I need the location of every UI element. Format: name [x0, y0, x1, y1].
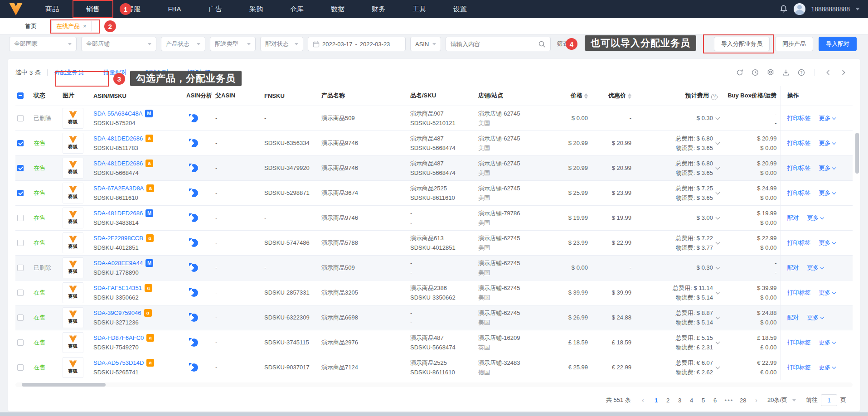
row-action-link[interactable]: 打印标签 — [787, 289, 811, 297]
asin-analysis-pie-icon[interactable] — [190, 363, 198, 372]
last-page-number[interactable]: 28 — [737, 397, 749, 404]
row-checkbox[interactable] — [17, 364, 24, 371]
tab-online-products[interactable]: 在线产品 × — [51, 20, 92, 32]
page-number[interactable]: 6 — [709, 397, 721, 404]
user-phone[interactable]: 18888888888 — [811, 5, 850, 13]
help-icon[interactable]: ? — [711, 94, 718, 100]
row-action-link[interactable]: 配对 — [787, 314, 799, 322]
chevron-down-icon[interactable] — [716, 215, 720, 219]
more-link[interactable]: 更多 — [819, 189, 835, 197]
browser-scrollbar-strip[interactable] — [0, 412, 868, 416]
user-avatar[interactable] — [794, 3, 805, 15]
horizontal-scrollbar[interactable] — [15, 382, 853, 387]
row-action-link[interactable]: 打印标签 — [787, 114, 811, 122]
asin-analysis-pie-icon[interactable] — [190, 264, 198, 272]
page-number[interactable]: 3 — [674, 397, 686, 404]
help-icon[interactable]: ? — [797, 68, 805, 77]
product-image[interactable]: 赛狐 — [63, 133, 83, 154]
next-page-icon[interactable]: › — [752, 397, 760, 404]
chevron-down-icon[interactable] — [716, 364, 720, 369]
more-link[interactable]: 更多 — [819, 139, 835, 147]
filter-select[interactable]: 产品状态 — [161, 37, 205, 51]
asin-link[interactable]: SDA-55A634C48A — [93, 109, 142, 118]
search-type-select[interactable]: ASIN — [410, 37, 441, 51]
row-checkbox[interactable] — [17, 240, 24, 246]
search-input[interactable] — [451, 41, 532, 48]
prev-page-icon[interactable]: ‹ — [639, 397, 647, 404]
prev-page-icon[interactable] — [824, 68, 832, 77]
row-checkbox[interactable] — [17, 165, 24, 171]
more-link[interactable]: 更多 — [819, 339, 835, 347]
asin-link[interactable]: SDA-A028EE9A44 — [93, 258, 143, 268]
more-link[interactable]: 更多 — [819, 114, 835, 122]
sort-icon[interactable] — [584, 93, 588, 99]
chevron-down-icon[interactable] — [716, 290, 720, 294]
chevron-down-icon[interactable] — [716, 314, 720, 319]
chevron-down-icon[interactable] — [716, 190, 720, 194]
more-link[interactable]: 更多 — [819, 289, 835, 297]
row-checkbox[interactable] — [17, 290, 24, 296]
asin-analysis-pie-icon[interactable] — [190, 314, 198, 322]
asin-analysis-pie-icon[interactable] — [190, 189, 198, 197]
row-action-link[interactable]: 配对 — [787, 264, 799, 272]
date-range-picker[interactable]: 2022-03-17 - 2022-03-23 — [308, 37, 406, 51]
history-clock-icon[interactable] — [751, 68, 759, 77]
product-image[interactable]: 赛狐 — [63, 208, 83, 228]
product-image[interactable]: 赛狐 — [63, 183, 83, 203]
row-checkbox[interactable] — [17, 265, 24, 271]
goto-page-input[interactable] — [821, 394, 837, 406]
page-size-select[interactable]: 20条/页 — [767, 396, 796, 404]
nav-item[interactable]: FBA — [154, 0, 195, 18]
product-image[interactable]: 赛狐 — [63, 158, 83, 179]
close-icon[interactable]: × — [83, 23, 87, 29]
nav-item[interactable]: 财务 — [358, 0, 399, 18]
more-link[interactable]: 更多 — [807, 264, 824, 272]
chevron-down-icon[interactable] — [855, 8, 860, 10]
asin-link[interactable]: SDA-39C9759046 — [93, 308, 141, 318]
refresh-icon[interactable] — [736, 68, 744, 77]
nav-item[interactable]: 数据 — [317, 0, 358, 18]
page-number[interactable]: 1 — [650, 397, 662, 404]
product-image[interactable]: 赛狐 — [63, 232, 83, 253]
product-image[interactable]: 赛狐 — [63, 108, 83, 129]
sync-products-button[interactable]: 同步产品 — [775, 37, 813, 51]
chevron-down-icon[interactable] — [716, 115, 720, 120]
asin-link[interactable]: SDA-2F22898CCB — [93, 233, 143, 243]
page-number[interactable]: 5 — [698, 397, 709, 404]
row-checkbox[interactable] — [17, 140, 24, 146]
chevron-down-icon[interactable] — [716, 165, 720, 169]
nav-item[interactable]: 广告 — [195, 0, 236, 18]
row-checkbox[interactable] — [17, 215, 24, 221]
asin-link[interactable]: SDA-AD5753D14D — [93, 358, 144, 368]
more-link[interactable]: 更多 — [819, 363, 835, 372]
col-promo-price[interactable]: 优惠价 — [592, 86, 635, 106]
row-action-link[interactable]: 打印标签 — [787, 164, 811, 172]
nav-item[interactable]: 销售 — [73, 0, 113, 18]
product-image[interactable]: 赛狐 — [63, 332, 83, 353]
nav-item[interactable]: 设置 — [440, 0, 480, 18]
asin-analysis-pie-icon[interactable] — [190, 214, 198, 222]
next-page-icon[interactable] — [839, 68, 848, 77]
more-link[interactable]: 更多 — [807, 214, 824, 222]
asin-link[interactable]: SDA-FD87F6AFC0 — [93, 333, 144, 343]
asin-analysis-pie-icon[interactable] — [190, 289, 198, 297]
tab-home[interactable]: 首页 — [25, 22, 37, 30]
nav-item[interactable]: 工具 — [399, 0, 440, 18]
product-image[interactable]: 赛狐 — [63, 282, 83, 303]
nav-item[interactable]: 商品 — [32, 0, 73, 18]
filter-select[interactable]: 配对状态 — [260, 37, 303, 51]
chevron-down-icon[interactable] — [716, 339, 720, 344]
asin-link[interactable]: SDA-481DED2686 — [93, 134, 143, 143]
chevron-down-icon[interactable] — [716, 240, 720, 244]
row-action-link[interactable]: 打印标签 — [787, 339, 811, 347]
vertical-scrollbar[interactable] — [855, 133, 859, 174]
filter-select[interactable]: 配送类型 — [210, 37, 256, 51]
sort-icon[interactable] — [628, 93, 631, 99]
col-price[interactable]: 价格 — [548, 86, 592, 106]
filter-select[interactable]: 全部店铺 — [81, 37, 156, 51]
import-pairing-button[interactable]: 导入配对 — [819, 37, 857, 51]
download-icon[interactable] — [782, 68, 790, 77]
asin-link[interactable]: SDA-67A2EA3D8A — [93, 184, 144, 193]
row-checkbox[interactable] — [17, 115, 24, 121]
more-link[interactable]: 更多 — [807, 314, 824, 322]
